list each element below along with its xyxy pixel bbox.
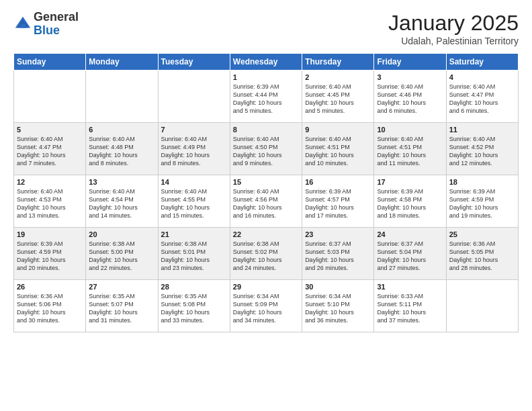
day-number: 16 [305,178,371,186]
day-info: Sunrise: 6:40 AM Sunset: 4:56 PM Dayligh… [233,187,299,220]
calendar-header-row: Sunday Monday Tuesday Wednesday Thursday… [14,54,519,71]
table-row: 8Sunrise: 6:40 AM Sunset: 4:50 PM Daylig… [230,123,302,175]
table-row: 22Sunrise: 6:38 AM Sunset: 5:02 PM Dayli… [230,228,302,280]
table-row: 17Sunrise: 6:39 AM Sunset: 4:58 PM Dayli… [374,175,446,228]
table-row: 13Sunrise: 6:40 AM Sunset: 4:54 PM Dayli… [86,175,158,228]
day-info: Sunrise: 6:40 AM Sunset: 4:47 PM Dayligh… [449,83,515,116]
calendar-title: January 2025 [388,11,519,36]
table-row: 26Sunrise: 6:36 AM Sunset: 5:06 PM Dayli… [14,280,86,332]
day-number: 14 [161,178,227,186]
table-row: 15Sunrise: 6:40 AM Sunset: 4:56 PM Dayli… [230,175,302,228]
table-row: 1Sunrise: 6:39 AM Sunset: 4:44 PM Daylig… [230,71,302,123]
day-number: 11 [449,126,515,134]
day-number: 30 [305,283,371,291]
day-info: Sunrise: 6:40 AM Sunset: 4:51 PM Dayligh… [377,135,443,168]
day-number: 20 [89,230,154,238]
day-info: Sunrise: 6:40 AM Sunset: 4:54 PM Dayligh… [89,187,154,220]
day-info: Sunrise: 6:40 AM Sunset: 4:52 PM Dayligh… [449,135,515,168]
col-thursday: Thursday [302,54,374,71]
day-number: 23 [305,230,371,238]
day-number: 27 [89,283,154,291]
day-number: 4 [449,73,515,81]
table-row [158,71,230,123]
table-row [446,280,518,332]
table-row: 23Sunrise: 6:37 AM Sunset: 5:03 PM Dayli… [302,228,374,280]
day-number: 8 [233,126,299,134]
day-info: Sunrise: 6:34 AM Sunset: 5:10 PM Dayligh… [305,292,371,325]
table-row: 25Sunrise: 6:36 AM Sunset: 5:05 PM Dayli… [446,228,518,280]
day-info: Sunrise: 6:38 AM Sunset: 5:02 PM Dayligh… [233,240,299,273]
day-info: Sunrise: 6:33 AM Sunset: 5:11 PM Dayligh… [377,292,443,325]
day-info: Sunrise: 6:40 AM Sunset: 4:46 PM Dayligh… [377,83,443,116]
day-number: 7 [161,126,227,134]
col-saturday: Saturday [446,54,518,71]
table-row: 9Sunrise: 6:40 AM Sunset: 4:51 PM Daylig… [302,123,374,175]
day-number: 22 [233,230,299,238]
title-block: January 2025 Udalah, Palestinian Territo… [388,11,519,46]
table-row: 5Sunrise: 6:40 AM Sunset: 4:47 PM Daylig… [14,123,86,175]
day-number: 3 [377,73,443,81]
day-info: Sunrise: 6:40 AM Sunset: 4:47 PM Dayligh… [17,135,83,168]
day-info: Sunrise: 6:39 AM Sunset: 4:57 PM Dayligh… [305,187,371,220]
day-info: Sunrise: 6:40 AM Sunset: 4:50 PM Dayligh… [233,135,299,168]
day-number: 15 [233,178,299,186]
day-number: 17 [377,178,443,186]
day-number: 10 [377,126,443,134]
day-number: 13 [89,178,154,186]
calendar-table: Sunday Monday Tuesday Wednesday Thursday… [13,53,519,332]
day-info: Sunrise: 6:39 AM Sunset: 4:59 PM Dayligh… [17,240,83,273]
table-row: 16Sunrise: 6:39 AM Sunset: 4:57 PM Dayli… [302,175,374,228]
day-info: Sunrise: 6:37 AM Sunset: 5:04 PM Dayligh… [377,240,443,273]
logo-text: General Blue [34,11,79,38]
day-info: Sunrise: 6:40 AM Sunset: 4:45 PM Dayligh… [305,83,371,116]
day-info: Sunrise: 6:40 AM Sunset: 4:48 PM Dayligh… [89,135,154,168]
day-info: Sunrise: 6:38 AM Sunset: 5:01 PM Dayligh… [161,240,227,273]
day-info: Sunrise: 6:35 AM Sunset: 5:08 PM Dayligh… [161,292,227,325]
day-info: Sunrise: 6:37 AM Sunset: 5:03 PM Dayligh… [305,240,371,273]
day-number: 25 [449,230,515,238]
day-number: 6 [89,126,154,134]
table-row: 4Sunrise: 6:40 AM Sunset: 4:47 PM Daylig… [446,71,518,123]
table-row: 24Sunrise: 6:37 AM Sunset: 5:04 PM Dayli… [374,228,446,280]
header: General Blue January 2025 Udalah, Palest… [13,11,519,46]
table-row: 29Sunrise: 6:34 AM Sunset: 5:09 PM Dayli… [230,280,302,332]
day-info: Sunrise: 6:40 AM Sunset: 4:49 PM Dayligh… [161,135,227,168]
calendar-location: Udalah, Palestinian Territory [388,36,519,46]
table-row: 10Sunrise: 6:40 AM Sunset: 4:51 PM Dayli… [374,123,446,175]
day-info: Sunrise: 6:36 AM Sunset: 5:05 PM Dayligh… [449,240,515,273]
table-row: 11Sunrise: 6:40 AM Sunset: 4:52 PM Dayli… [446,123,518,175]
day-number: 28 [161,283,227,291]
logo-general-text: General [34,10,79,24]
table-row: 14Sunrise: 6:40 AM Sunset: 4:55 PM Dayli… [158,175,230,228]
day-number: 1 [233,73,299,81]
day-number: 26 [17,283,83,291]
table-row: 6Sunrise: 6:40 AM Sunset: 4:48 PM Daylig… [86,123,158,175]
table-row: 21Sunrise: 6:38 AM Sunset: 5:01 PM Dayli… [158,228,230,280]
table-row: 12Sunrise: 6:40 AM Sunset: 4:53 PM Dayli… [14,175,86,228]
table-row: 3Sunrise: 6:40 AM Sunset: 4:46 PM Daylig… [374,71,446,123]
day-info: Sunrise: 6:40 AM Sunset: 4:53 PM Dayligh… [17,187,83,220]
table-row: 7Sunrise: 6:40 AM Sunset: 4:49 PM Daylig… [158,123,230,175]
table-row: 2Sunrise: 6:40 AM Sunset: 4:45 PM Daylig… [302,71,374,123]
day-number: 29 [233,283,299,291]
day-info: Sunrise: 6:34 AM Sunset: 5:09 PM Dayligh… [233,292,299,325]
col-tuesday: Tuesday [158,54,230,71]
table-row: 18Sunrise: 6:39 AM Sunset: 4:59 PM Dayli… [446,175,518,228]
table-row: 31Sunrise: 6:33 AM Sunset: 5:11 PM Dayli… [374,280,446,332]
col-friday: Friday [374,54,446,71]
day-info: Sunrise: 6:35 AM Sunset: 5:07 PM Dayligh… [89,292,154,325]
day-info: Sunrise: 6:38 AM Sunset: 5:00 PM Dayligh… [89,240,154,273]
svg-rect-2 [20,24,26,28]
day-number: 2 [305,73,371,81]
day-info: Sunrise: 6:39 AM Sunset: 4:59 PM Dayligh… [449,187,515,220]
day-number: 9 [305,126,371,134]
table-row [14,71,86,123]
col-monday: Monday [86,54,158,71]
day-info: Sunrise: 6:40 AM Sunset: 4:55 PM Dayligh… [161,187,227,220]
day-info: Sunrise: 6:36 AM Sunset: 5:06 PM Dayligh… [17,292,83,325]
day-info: Sunrise: 6:39 AM Sunset: 4:44 PM Dayligh… [233,83,299,116]
day-number: 21 [161,230,227,238]
col-sunday: Sunday [14,54,86,71]
table-row: 27Sunrise: 6:35 AM Sunset: 5:07 PM Dayli… [86,280,158,332]
day-number: 18 [449,178,515,186]
